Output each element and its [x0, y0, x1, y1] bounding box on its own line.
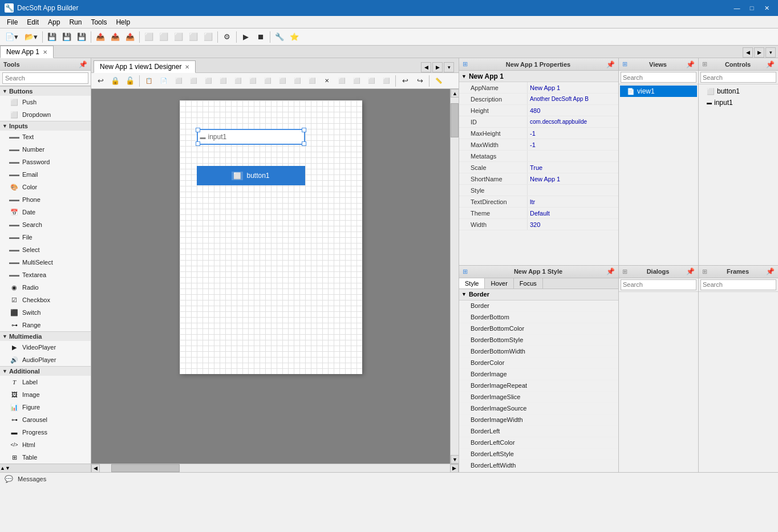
tree-item-input1[interactable]: ▬ input1 [700, 97, 777, 108]
h-scroll-left[interactable]: ◀ [91, 464, 100, 473]
properties-pin[interactable]: 📌 [606, 60, 615, 68]
props-val-textdir[interactable]: ltr [528, 196, 618, 207]
designer-tab-close[interactable]: ✕ [185, 64, 189, 70]
designer-undo[interactable]: ↩ [94, 74, 107, 88]
designer-nav-left[interactable]: ◀ [421, 62, 431, 72]
h-scroll-track[interactable] [100, 464, 450, 472]
toolbar-action1[interactable]: ⬜ [142, 30, 156, 44]
designer-btn14[interactable]: ⬜ [379, 74, 393, 88]
tool-label[interactable]: T Label [0, 376, 91, 388]
tool-progress[interactable]: ▬ Progress [0, 426, 91, 438]
designer-btn1[interactable]: ⬜ [172, 74, 185, 88]
toolbar-saveas[interactable]: 💾 [60, 30, 74, 44]
style-border-bottom-width[interactable]: BorderBottomWidth [459, 346, 618, 358]
minimize-button[interactable]: — [730, 2, 744, 14]
tool-color[interactable]: 🎨 Color [0, 181, 91, 193]
tool-select[interactable]: ▬▬ Select [0, 243, 91, 256]
category-multimedia[interactable]: Multimedia [0, 331, 91, 341]
resize-handle-br[interactable] [302, 141, 306, 146]
v-scroll-track[interactable] [451, 98, 459, 455]
tool-date[interactable]: 📅 Date [0, 206, 91, 218]
toolbar-action2[interactable]: ⬜ [157, 30, 171, 44]
style-pin[interactable]: 📌 [606, 267, 615, 275]
tools-scroll-up[interactable]: ▲ [0, 465, 5, 471]
toolbar-action3[interactable]: ⬜ [172, 30, 185, 44]
tool-email[interactable]: ▬▬ Email [0, 168, 91, 181]
props-val-id[interactable]: com.decsoft.appbuilde [528, 116, 618, 127]
style-border-image-source[interactable]: BorderImageSource [459, 403, 618, 415]
style-border-left-color[interactable]: BorderLeftColor [459, 437, 618, 449]
canvas-input1[interactable]: ▬ input1 [197, 129, 305, 145]
props-val-style[interactable] [528, 185, 618, 196]
resize-handle-tl[interactable] [196, 128, 200, 132]
props-val-maxwidth[interactable]: -1 [528, 139, 618, 150]
style-border-bottom[interactable]: BorderBottom [459, 312, 618, 323]
props-val-scale[interactable]: True [528, 162, 618, 173]
h-scroll-thumb[interactable] [111, 464, 180, 472]
tools-search-input[interactable] [2, 72, 88, 84]
tab-new-app-1[interactable]: New App 1 ✕ [0, 46, 54, 58]
canvas-button1[interactable]: ⬜ button1 [197, 166, 305, 185]
views-pin[interactable]: 📌 [686, 60, 695, 68]
toolbar-saveall[interactable]: 💾 [75, 30, 88, 44]
tree-item-button1[interactable]: ⬜ button1 [700, 86, 777, 97]
tool-audioplayer[interactable]: 🔊 AudioPlayer [0, 354, 91, 366]
props-val-appname[interactable]: New App 1 [528, 82, 618, 93]
props-val-width[interactable]: 320 [528, 219, 618, 230]
designer-btn6[interactable]: ⬜ [246, 74, 260, 88]
menu-file[interactable]: File [2, 16, 22, 29]
tool-dropdown[interactable]: ⬜ Dropdown [0, 108, 91, 121]
maximize-button[interactable]: □ [745, 2, 759, 14]
designer-canvas-area[interactable]: ▬ input1 ⬜ button1 [91, 89, 450, 464]
designer-paste[interactable]: 📄 [157, 74, 171, 88]
designer-btn4[interactable]: ⬜ [216, 74, 230, 88]
designer-nav-dropdown[interactable]: ▾ [444, 62, 454, 72]
style-border-color[interactable]: BorderColor [459, 358, 618, 369]
toolbar-action5[interactable]: ⬜ [201, 30, 215, 44]
resize-handle-tr[interactable] [302, 128, 306, 132]
frames-pin[interactable]: 📌 [766, 267, 775, 275]
toolbar-stop[interactable]: ⏹ [254, 30, 268, 44]
style-tab-focus[interactable]: Focus [514, 278, 543, 289]
designer-tab[interactable]: New App 1 view1 Designer ✕ [94, 60, 196, 73]
designer-canvas[interactable]: ▬ input1 ⬜ button1 [180, 100, 362, 374]
designer-nav-right[interactable]: ▶ [432, 62, 443, 72]
tool-range[interactable]: ⊶ Range [0, 319, 91, 331]
designer-num[interactable]: 📏 [432, 74, 445, 88]
style-border-bottom-style[interactable]: BorderBottomStyle [459, 335, 618, 346]
toolbar-new-dropdown[interactable]: 📄▾ [2, 30, 21, 44]
tools-pin[interactable]: 📌 [79, 60, 87, 68]
tools-scroll-down[interactable]: ▼ [5, 465, 10, 471]
designer-copy[interactable]: 📋 [142, 74, 156, 88]
props-section-main[interactable]: New App 1 [459, 71, 618, 82]
style-border-image-width[interactable]: BorderImageWidth [459, 415, 618, 426]
toolbar-open-dropdown[interactable]: 📂▾ [22, 30, 40, 44]
designer-lock[interactable]: 🔒 [108, 74, 122, 88]
h-scroll-right[interactable]: ▶ [450, 464, 459, 473]
designer-undo2[interactable]: ↩ [398, 74, 412, 88]
designer-redo[interactable]: ↪ [413, 74, 427, 88]
toolbar-settings[interactable]: ⚙ [220, 30, 234, 44]
frames-search-input[interactable] [700, 279, 776, 290]
props-val-metatags[interactable] [528, 151, 618, 161]
tool-figure[interactable]: 📊 Figure [0, 401, 91, 413]
tool-text[interactable]: ▬▬ Text [0, 131, 91, 143]
dialogs-search-input[interactable] [621, 279, 696, 290]
designer-btn12[interactable]: ⬜ [350, 74, 363, 88]
tool-image[interactable]: 🖼 Image [0, 388, 91, 401]
designer-btn5[interactable]: ⬜ [231, 74, 245, 88]
controls-search-input[interactable] [700, 72, 776, 83]
tab-new-app-1-close[interactable]: ✕ [43, 49, 47, 55]
designer-btn10[interactable]: ⬜ [305, 74, 319, 88]
tool-checkbox[interactable]: ☑ Checkbox [0, 294, 91, 306]
props-val-shortname[interactable]: New App 1 [528, 173, 618, 184]
toolbar-export2[interactable]: 📤 [108, 30, 122, 44]
menu-app[interactable]: App [43, 16, 64, 29]
designer-btn9[interactable]: ⬜ [290, 74, 304, 88]
toolbar-action4[interactable]: ⬜ [187, 30, 200, 44]
toolbar-export1[interactable]: 📤 [94, 30, 107, 44]
props-val-height[interactable]: 480 [528, 105, 618, 116]
style-tab-style[interactable]: Style [459, 278, 485, 289]
category-buttons[interactable]: Buttons [0, 86, 91, 96]
toolbar-play[interactable]: ▶ [239, 30, 253, 44]
